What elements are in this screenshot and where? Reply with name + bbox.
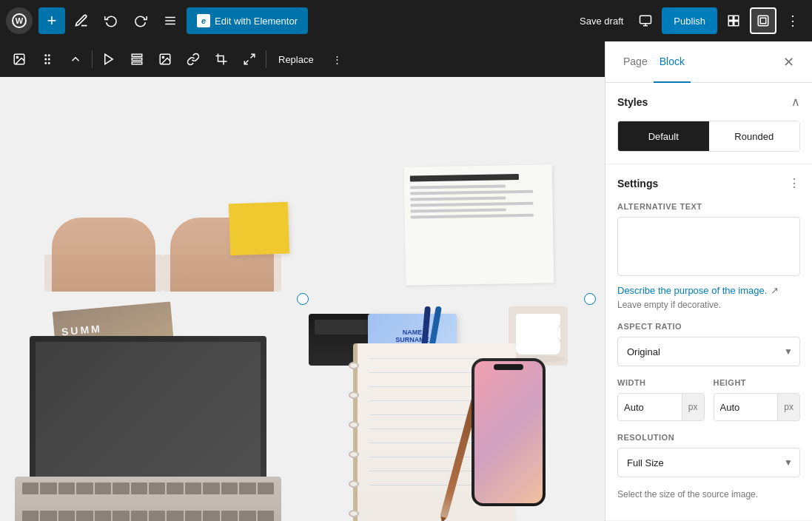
drag-handle-button[interactable] — [34, 46, 61, 73]
elementor-icon — [197, 14, 210, 27]
alt-text-label: ALTERNATIVE TEXT — [617, 202, 800, 211]
settings-more-button[interactable]: ⋮ — [788, 176, 800, 190]
cup-handle — [557, 323, 560, 343]
save-draft-button[interactable]: Save draft — [574, 16, 629, 27]
alt-text-link[interactable]: Describe the purpose of the image. — [617, 285, 767, 296]
svg-point-14 — [45, 63, 47, 64]
styles-section-header: Styles ∧ — [617, 95, 800, 109]
svg-line-23 — [244, 61, 248, 64]
spiral — [349, 343, 359, 521]
phone-screen — [474, 361, 543, 503]
sticky-note — [229, 202, 289, 256]
expand-button[interactable] — [236, 46, 263, 73]
svg-point-9 — [16, 56, 18, 58]
style-buttons: Default Rounded — [617, 121, 800, 152]
svg-marker-16 — [105, 54, 113, 64]
spiral-ring — [349, 362, 359, 369]
spiral-ring — [349, 451, 359, 458]
tab-page[interactable]: Page — [617, 41, 654, 83]
undo-button[interactable] — [98, 7, 124, 34]
phone — [472, 358, 546, 506]
resolution-label: RESOLUTION — [617, 433, 800, 442]
edit-elementor-button[interactable]: Edit with Elementor — [187, 7, 308, 34]
keyboard-keys — [22, 483, 274, 521]
svg-point-13 — [49, 58, 50, 60]
panel-close-button[interactable]: ✕ — [776, 50, 800, 74]
align-button[interactable] — [95, 46, 122, 73]
document — [404, 164, 554, 285]
aspect-ratio-wrapper: Original Square - 1:1 Standard - 4:3 Por… — [617, 337, 800, 366]
keyboard-area — [15, 477, 281, 521]
more-options-button[interactable]: ⋮ — [779, 7, 806, 34]
style-rounded-button[interactable]: Rounded — [709, 121, 800, 151]
spiral-ring — [349, 421, 359, 428]
toolbar-separator-1 — [92, 50, 93, 68]
list-view-button[interactable] — [157, 7, 184, 34]
replace-button[interactable]: Replace — [269, 46, 323, 73]
hand-left — [52, 218, 155, 292]
editor-area: Replace ⋮ SUMMER — [0, 41, 605, 521]
post-settings-button[interactable] — [720, 7, 747, 34]
link-button[interactable] — [180, 46, 207, 73]
svg-point-15 — [49, 63, 50, 64]
width-input[interactable] — [618, 394, 682, 420]
height-unit: px — [777, 394, 799, 420]
svg-line-22 — [251, 54, 255, 58]
aspect-ratio-label: ASPECT RATIO — [617, 322, 800, 331]
height-input[interactable] — [714, 394, 778, 420]
add-block-button[interactable]: + — [38, 7, 65, 34]
resolution-wrapper: Thumbnail Medium Medium Large Large Full… — [617, 448, 800, 477]
doc-line — [411, 214, 534, 219]
image-toolbar: Replace ⋮ — [0, 41, 605, 77]
svg-rect-7 — [760, 18, 766, 24]
svg-rect-6 — [758, 16, 768, 26]
crop-button[interactable] — [208, 46, 235, 73]
svg-rect-17 — [132, 54, 142, 56]
styles-section: Styles ∧ Default Rounded — [605, 83, 812, 164]
laptop-screen-inner — [36, 342, 261, 478]
styles-title: Styles — [617, 96, 791, 108]
alt-text-input[interactable] — [617, 217, 800, 276]
width-unit: px — [682, 394, 704, 420]
height-label: HEIGHT — [714, 378, 801, 387]
styles-collapse-button[interactable]: ∧ — [791, 95, 800, 109]
tools-button[interactable] — [68, 7, 95, 34]
image-container: SUMMER — [0, 77, 605, 521]
resize-handle-right[interactable] — [584, 293, 596, 305]
redo-button[interactable] — [127, 7, 154, 34]
resolution-select[interactable]: Thumbnail Medium Medium Large Large Full… — [617, 448, 800, 477]
pen-tip — [439, 517, 446, 521]
spiral-ring — [349, 480, 359, 488]
doc-line — [410, 184, 506, 189]
doc-content — [404, 164, 553, 230]
resolution-hint: Select the size of the source image. — [617, 489, 800, 500]
block-align-button[interactable] — [124, 46, 150, 73]
spiral-ring — [349, 510, 359, 517]
aspect-ratio-select[interactable]: Original Square - 1:1 Standard - 4:3 Por… — [617, 337, 800, 366]
wordpress-logo[interactable] — [6, 7, 33, 34]
right-panel: Page Block ✕ Styles ∧ Default Rounded Se… — [605, 41, 812, 521]
svg-point-10 — [45, 55, 47, 56]
preview-button[interactable] — [632, 7, 659, 34]
laptop-screen — [30, 336, 266, 484]
publish-button[interactable]: Publish — [662, 7, 717, 34]
move-up-button[interactable] — [62, 46, 89, 73]
style-default-button[interactable]: Default — [618, 121, 709, 151]
resize-handle-bottom[interactable] — [297, 293, 309, 305]
doc-line-header — [410, 174, 519, 182]
laptop — [30, 336, 281, 521]
svg-rect-3 — [640, 16, 651, 24]
panel-header: Page Block ✕ — [605, 41, 812, 83]
height-input-wrap: px — [714, 393, 801, 421]
editor-view-button[interactable] — [750, 7, 776, 34]
phone-notch — [494, 364, 523, 370]
image-icon-button[interactable] — [6, 46, 33, 73]
doc-line — [410, 190, 533, 195]
svg-point-12 — [45, 58, 47, 60]
spiral-ring — [349, 391, 359, 399]
height-field: HEIGHT px — [714, 378, 801, 421]
image-control-button[interactable] — [152, 46, 178, 73]
more-image-options-button[interactable]: ⋮ — [324, 46, 351, 73]
doc-line — [411, 208, 506, 212]
tab-block[interactable]: Block — [654, 41, 691, 83]
